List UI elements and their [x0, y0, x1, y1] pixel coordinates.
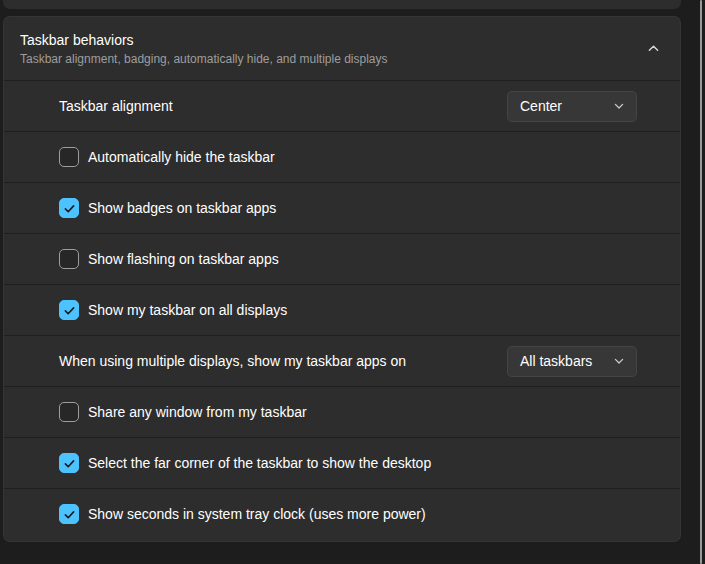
far-corner-desktop-checkbox[interactable]: [59, 453, 79, 473]
checkbox-label: Show my taskbar on all displays: [88, 302, 287, 318]
previous-card-remnant: [3, 0, 681, 9]
settings-rows: Taskbar alignment Center Automatically h…: [4, 80, 680, 539]
multi-display-apps-dropdown[interactable]: All taskbars: [507, 346, 637, 377]
taskbar-alignment-dropdown[interactable]: Center: [507, 91, 637, 122]
row-far-corner-desktop: Select the far corner of the taskbar to …: [4, 437, 680, 488]
row-multi-display-apps: When using multiple displays, show my ta…: [4, 335, 680, 386]
chevron-down-icon: [613, 355, 625, 367]
row-auto-hide-taskbar: Automatically hide the taskbar: [4, 131, 680, 182]
dropdown-value: Center: [520, 98, 613, 114]
checkbox-label: Show seconds in system tray clock (uses …: [88, 506, 426, 522]
checkbox-label: Share any window from my taskbar: [88, 404, 307, 420]
dropdown-value: All taskbars: [520, 353, 613, 369]
setting-label: Taskbar alignment: [59, 98, 173, 114]
share-window-checkbox[interactable]: [59, 402, 79, 422]
taskbar-all-displays-checkbox[interactable]: [59, 300, 79, 320]
auto-hide-taskbar-checkbox[interactable]: [59, 147, 79, 167]
taskbar-behaviors-card: Taskbar behaviors Taskbar alignment, bad…: [3, 16, 681, 542]
checkbox-label: Select the far corner of the taskbar to …: [88, 455, 431, 471]
checkbox-label: Show badges on taskbar apps: [88, 200, 276, 216]
row-show-seconds-clock: Show seconds in system tray clock (uses …: [4, 488, 680, 539]
chevron-up-icon[interactable]: [645, 41, 661, 57]
checkbox-label: Automatically hide the taskbar: [88, 149, 275, 165]
row-show-flashing: Show flashing on taskbar apps: [4, 233, 680, 284]
header-text: Taskbar behaviors Taskbar alignment, bad…: [20, 31, 645, 67]
section-title: Taskbar behaviors: [20, 31, 645, 49]
chevron-down-icon: [613, 100, 625, 112]
checkmark-icon: [63, 202, 76, 215]
checkmark-icon: [63, 508, 76, 521]
checkmark-icon: [63, 304, 76, 317]
taskbar-behaviors-header[interactable]: Taskbar behaviors Taskbar alignment, bad…: [4, 17, 680, 80]
row-taskbar-alignment: Taskbar alignment Center: [4, 80, 680, 131]
show-badges-checkbox[interactable]: [59, 198, 79, 218]
checkmark-icon: [63, 457, 76, 470]
row-share-window: Share any window from my taskbar: [4, 386, 680, 437]
section-subtitle: Taskbar alignment, badging, automaticall…: [20, 52, 645, 67]
checkbox-label: Show flashing on taskbar apps: [88, 251, 279, 267]
row-taskbar-all-displays: Show my taskbar on all displays: [4, 284, 680, 335]
show-flashing-checkbox[interactable]: [59, 249, 79, 269]
setting-label: When using multiple displays, show my ta…: [59, 353, 406, 369]
row-show-badges: Show badges on taskbar apps: [4, 182, 680, 233]
scrollbar[interactable]: [700, 0, 702, 564]
show-seconds-clock-checkbox[interactable]: [59, 504, 79, 524]
